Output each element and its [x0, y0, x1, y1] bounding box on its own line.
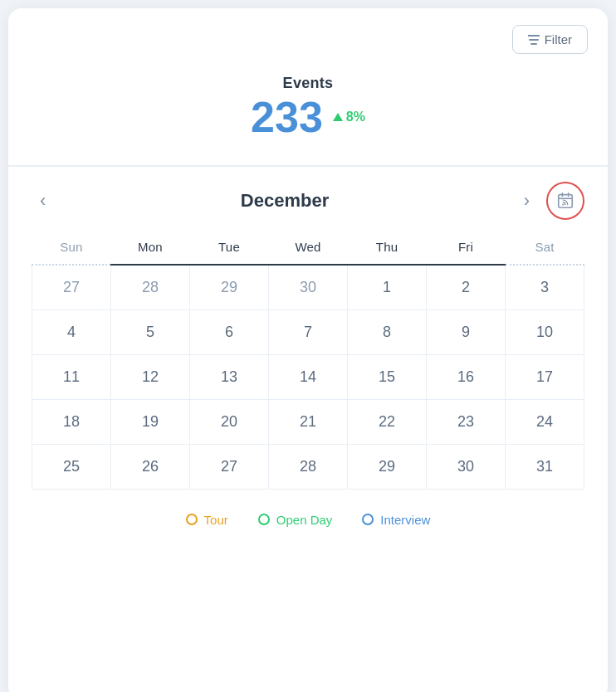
calendar-rss-icon: [556, 192, 574, 210]
calendar-table: Sun Mon Tue Wed Thu Fri Sat 272829301234…: [32, 231, 584, 490]
calendar-day[interactable]: 4: [32, 309, 111, 354]
calendar-day[interactable]: 29: [190, 265, 269, 310]
calendar-day[interactable]: 7: [269, 309, 348, 354]
events-change-value: 8%: [346, 110, 365, 124]
calendar-day[interactable]: 3: [506, 265, 584, 310]
interview-label: Interview: [380, 513, 430, 527]
calendar-body: 2728293012345678910111213141516171819202…: [32, 265, 584, 490]
calendar-day[interactable]: 15: [348, 354, 427, 399]
header-tue: Tue: [190, 231, 269, 265]
calendar-day[interactable]: 23: [427, 399, 506, 444]
month-title: December: [241, 190, 329, 212]
calendar-section: ‹ December ›: [8, 167, 608, 490]
calendar-day[interactable]: 10: [506, 309, 584, 354]
header-right: ›: [516, 182, 584, 220]
calendar-day[interactable]: 20: [190, 399, 269, 444]
calendar-day[interactable]: 8: [348, 309, 427, 354]
calendar-day[interactable]: 17: [506, 354, 584, 399]
legend-open-day: Open Day: [258, 513, 333, 527]
events-count-row: 233 8%: [251, 95, 365, 139]
calendar-week-row: 18192021222324: [32, 399, 584, 444]
calendar-day[interactable]: 30: [427, 444, 506, 489]
calendar-day[interactable]: 1: [348, 265, 427, 310]
calendar-day[interactable]: 27: [32, 265, 111, 310]
header-sat: Sat: [506, 231, 584, 265]
filter-button[interactable]: Filter: [512, 25, 588, 54]
calendar-day[interactable]: 19: [111, 399, 190, 444]
header-wed: Wed: [269, 231, 348, 265]
calendar-day[interactable]: 16: [427, 354, 506, 399]
legend-tour: Tour: [186, 513, 228, 527]
header-thu: Thu: [348, 231, 427, 265]
events-section: Events 233 8%: [251, 75, 365, 139]
calendar-day[interactable]: 5: [111, 309, 190, 354]
weekday-header-row: Sun Mon Tue Wed Thu Fri Sat: [32, 231, 584, 265]
filter-icon: [528, 35, 540, 45]
calendar-day[interactable]: 6: [190, 309, 269, 354]
events-count: 233: [251, 95, 323, 139]
events-title: Events: [251, 75, 365, 92]
calendar-day[interactable]: 27: [190, 444, 269, 489]
tour-dot: [186, 514, 198, 525]
legend-interview: Interview: [362, 513, 430, 527]
calendar-day[interactable]: 2: [427, 265, 506, 310]
calendar-day[interactable]: 12: [111, 354, 190, 399]
calendar-day[interactable]: 11: [32, 354, 111, 399]
calendar-week-row: 45678910: [32, 309, 584, 354]
open-day-dot: [258, 514, 270, 525]
calendar-day[interactable]: 18: [32, 399, 111, 444]
calendar-day[interactable]: 30: [269, 265, 348, 310]
open-day-label: Open Day: [276, 513, 333, 527]
calendar-week-row: 27282930123: [32, 265, 584, 310]
calendar-day[interactable]: 25: [32, 444, 111, 489]
calendar-header: ‹ December ›: [32, 167, 584, 228]
calendar-feed-button[interactable]: [546, 182, 584, 220]
header-sun: Sun: [32, 231, 111, 265]
calendar-day[interactable]: 28: [269, 444, 348, 489]
tour-label: Tour: [204, 513, 228, 527]
prev-month-button[interactable]: ‹: [32, 187, 54, 215]
calendar-day[interactable]: 14: [269, 354, 348, 399]
header-mon: Mon: [111, 231, 190, 265]
interview-dot: [362, 514, 374, 525]
calendar-day[interactable]: 28: [111, 265, 190, 310]
calendar-day[interactable]: 29: [348, 444, 427, 489]
calendar-day[interactable]: 24: [506, 399, 584, 444]
svg-point-4: [562, 203, 564, 205]
trend-up-icon: [333, 113, 343, 121]
calendar-week-row: 11121314151617: [32, 354, 584, 399]
events-change: 8%: [333, 110, 365, 124]
main-card: Filter Events 233 8% ‹ December ›: [8, 8, 608, 692]
calendar-week-row: 25262728293031: [32, 444, 584, 489]
filter-label: Filter: [545, 32, 572, 46]
calendar-day[interactable]: 21: [269, 399, 348, 444]
calendar-day[interactable]: 31: [506, 444, 584, 489]
calendar-day[interactable]: 9: [427, 309, 506, 354]
calendar-day[interactable]: 13: [190, 354, 269, 399]
legend: Tour Open Day Interview: [186, 513, 431, 527]
calendar-day[interactable]: 22: [348, 399, 427, 444]
calendar-day[interactable]: 26: [111, 444, 190, 489]
next-month-button[interactable]: ›: [516, 187, 538, 215]
header-fri: Fri: [427, 231, 506, 265]
